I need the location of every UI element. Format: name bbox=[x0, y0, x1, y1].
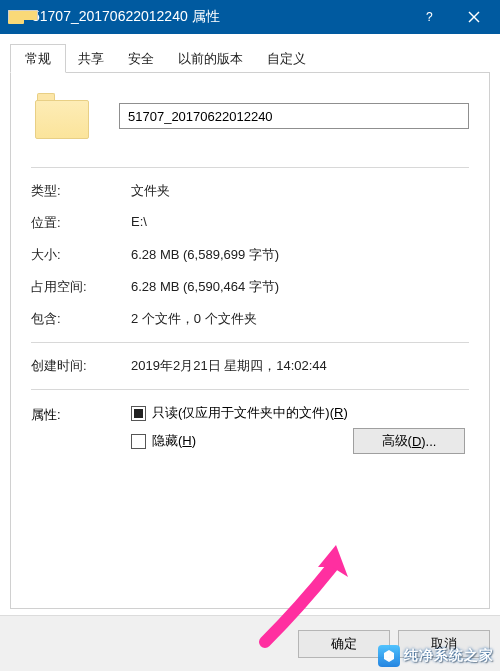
folder-name-input[interactable] bbox=[119, 103, 469, 129]
titlebar: 51707_20170622012240 属性 ? bbox=[0, 0, 500, 34]
tab-customize[interactable]: 自定义 bbox=[255, 45, 318, 72]
advanced-button[interactable]: 高级(D)... bbox=[353, 428, 465, 454]
label-contains: 包含: bbox=[31, 310, 131, 328]
ok-button[interactable]: 确定 bbox=[298, 630, 390, 658]
tab-panel-general: 类型:文件夹 位置:E:\ 大小:6.28 MB (6,589,699 字节) … bbox=[10, 72, 490, 609]
tab-share[interactable]: 共享 bbox=[66, 45, 116, 72]
dialog-button-bar: 确定 取消 bbox=[0, 615, 500, 671]
label-size: 大小: bbox=[31, 246, 131, 264]
help-button[interactable]: ? bbox=[408, 0, 452, 34]
value-created: 2019年2月21日 星期四，14:02:44 bbox=[131, 357, 469, 375]
cancel-button[interactable]: 取消 bbox=[398, 630, 490, 658]
readonly-checkbox-row[interactable]: 只读(仅应用于文件夹中的文件)(R) bbox=[131, 404, 469, 422]
tab-strip: 常规 共享 安全 以前的版本 自定义 bbox=[10, 44, 490, 72]
value-size: 6.28 MB (6,589,699 字节) bbox=[131, 246, 469, 264]
window-body: 常规 共享 安全 以前的版本 自定义 类型:文件夹 位置:E:\ 大小:6.28… bbox=[0, 34, 500, 615]
close-button[interactable] bbox=[452, 0, 496, 34]
label-attributes: 属性: bbox=[31, 404, 131, 460]
value-contains: 2 个文件，0 个文件夹 bbox=[131, 310, 469, 328]
tab-general[interactable]: 常规 bbox=[10, 44, 66, 73]
value-type: 文件夹 bbox=[131, 182, 469, 200]
folder-large-icon bbox=[35, 93, 89, 139]
svg-text:?: ? bbox=[426, 11, 433, 23]
readonly-label: 只读(仅应用于文件夹中的文件)(R) bbox=[152, 404, 348, 422]
divider bbox=[31, 389, 469, 390]
divider bbox=[31, 167, 469, 168]
label-location: 位置: bbox=[31, 214, 131, 232]
hidden-label: 隐藏(H) bbox=[152, 432, 196, 450]
tab-security[interactable]: 安全 bbox=[116, 45, 166, 72]
value-location: E:\ bbox=[131, 214, 469, 232]
hidden-checkbox[interactable] bbox=[131, 434, 146, 449]
label-type: 类型: bbox=[31, 182, 131, 200]
label-size-on-disk: 占用空间: bbox=[31, 278, 131, 296]
value-size-on-disk: 6.28 MB (6,590,464 字节) bbox=[131, 278, 469, 296]
readonly-checkbox[interactable] bbox=[131, 406, 146, 421]
label-created: 创建时间: bbox=[31, 357, 131, 375]
tab-previous-versions[interactable]: 以前的版本 bbox=[166, 45, 255, 72]
divider bbox=[31, 342, 469, 343]
window-title: 51707_20170622012240 属性 bbox=[32, 8, 408, 26]
folder-icon bbox=[8, 10, 24, 24]
